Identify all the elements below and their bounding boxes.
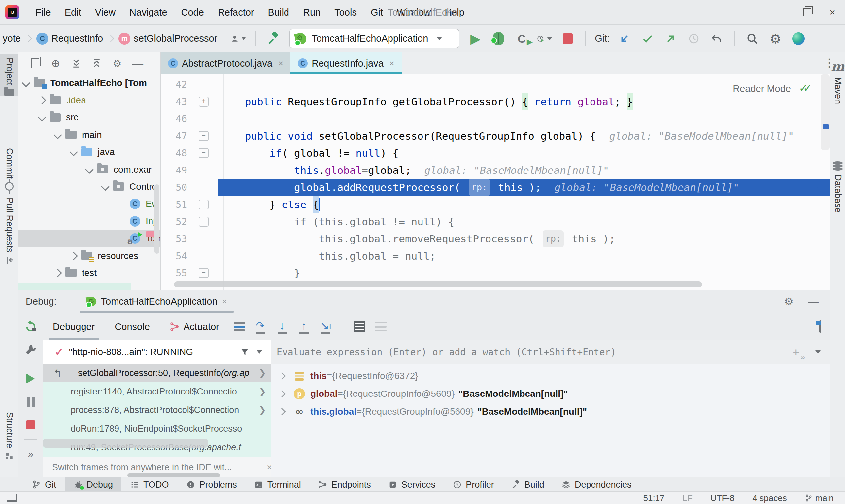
toolwindow-git[interactable]: Git <box>23 477 65 492</box>
toolwindow-services[interactable]: Services <box>380 477 444 492</box>
close-button[interactable]: × <box>820 0 845 24</box>
toolwindow-endpoints[interactable]: Endpoints <box>310 477 380 492</box>
rollback-button[interactable] <box>709 31 724 46</box>
project-settings-icon[interactable]: ⚙ <box>111 58 123 69</box>
stripe-item-pull-requests[interactable]: Pull Requests <box>0 194 18 268</box>
chevron-down-icon[interactable] <box>815 350 821 354</box>
collapse-all-icon[interactable] <box>91 58 102 69</box>
expand-all-icon[interactable] <box>71 58 82 69</box>
frame-row-4[interactable]: run:49, SocketProcessorBase (org.apache.… <box>43 438 271 457</box>
stop-debug-button[interactable] <box>22 417 39 433</box>
debugger-settings-icon[interactable] <box>375 322 387 331</box>
tree-row-contro[interactable]: Contro <box>18 178 160 195</box>
hide-debug-icon[interactable]: — <box>808 295 818 308</box>
line-separator[interactable]: LF <box>683 493 692 503</box>
file-encoding[interactable]: UTF-8 <box>710 493 735 503</box>
more-actions-button[interactable]: » <box>22 446 39 462</box>
toolwindow-problems[interactable]: Problems <box>178 477 246 492</box>
project-scrollbar[interactable] <box>155 184 159 254</box>
inspections-ok-icon[interactable]: ✓✓ <box>799 82 818 95</box>
menu-item-edit[interactable]: Edit <box>58 7 88 18</box>
fold-marker-icon[interactable]: − <box>199 148 209 158</box>
thread-selector[interactable]: ✓ "http-nio-808...ain": RUNNING <box>43 340 271 364</box>
menu-item-file[interactable]: File <box>29 7 58 18</box>
evaluate-expression-button[interactable] <box>353 321 365 332</box>
toolwindow-debug[interactable]: Debug <box>65 477 122 492</box>
debug-button[interactable] <box>491 31 506 46</box>
filter-icon[interactable] <box>240 347 249 357</box>
fold-marker-icon[interactable]: + <box>199 97 209 107</box>
stripe-item-project[interactable]: Project <box>0 54 18 96</box>
tree-row-src[interactable]: src <box>18 109 160 126</box>
menu-item-run[interactable]: Run <box>296 7 328 18</box>
tree-row-com-exar[interactable]: com.exar <box>18 161 160 178</box>
close-icon[interactable]: × <box>278 58 283 69</box>
code-line-48[interactable]: 48−if( global != null) { <box>161 144 830 162</box>
tree-row-java[interactable]: java <box>18 143 160 161</box>
variable-row-this-global[interactable]: ∞this.global = {RequestGroupInfo@5609}"B… <box>271 403 830 420</box>
code-line-52[interactable]: 52−if (this.global != null) { <box>161 213 830 230</box>
tree-row-idea[interactable]: .idea <box>18 91 160 109</box>
pause-button[interactable] <box>22 394 39 410</box>
fold-marker-icon[interactable]: − <box>199 131 209 141</box>
menu-item-git[interactable]: Git <box>364 7 390 18</box>
fold-marker-icon[interactable]: − <box>199 200 209 210</box>
editor-tab-abstractprotocol-java[interactable]: CAbstractProtocol.java× <box>161 52 291 74</box>
tree-row-test[interactable]: test <box>18 264 160 282</box>
code-line-53[interactable]: 53this.global.removeRequestProcessor( rp… <box>161 230 830 247</box>
editor-options-icon[interactable]: ⋮ <box>824 56 835 69</box>
rerun-button[interactable] <box>22 318 39 335</box>
run-to-cursor-button[interactable]: ↘I <box>318 318 334 335</box>
show-execution-point-button[interactable] <box>234 322 245 331</box>
stripe-item-structure[interactable]: Structure <box>0 409 18 463</box>
variable-row-this[interactable]: this = {RequestInfo@6372} <box>271 367 830 385</box>
code-line-50[interactable]: 50global.addRequestProcessor( rp: this )… <box>161 179 830 196</box>
close-icon[interactable]: × <box>222 296 227 307</box>
git-commit-button[interactable] <box>640 31 655 46</box>
tab-actuator[interactable]: Actuator <box>160 313 229 340</box>
code-line-54[interactable]: 54this.global = null; <box>161 247 830 265</box>
debug-settings-icon[interactable]: ⚙ <box>784 295 793 308</box>
close-icon[interactable]: × <box>389 58 394 69</box>
run-button[interactable]: ▶ <box>468 31 483 46</box>
editor-hscrollbar[interactable] <box>174 281 702 287</box>
tree-row-main[interactable]: main <box>18 126 160 143</box>
evaluate-expression-input[interactable]: Evaluate expression (Enter) or add a wat… <box>271 340 830 364</box>
caret-position[interactable]: 51:17 <box>643 493 665 503</box>
chevron-right-icon[interactable] <box>278 372 286 380</box>
menu-item-navigate[interactable]: Navigate <box>122 7 174 18</box>
code-line-49[interactable]: 49this.global=global;global: "BaseModelM… <box>161 162 830 179</box>
tab-debugger[interactable]: Debugger <box>43 313 105 340</box>
frame-row-2[interactable]: process:878, AbstractProtocol$Connection… <box>43 401 271 419</box>
tree-row-resources[interactable]: resources <box>18 247 160 265</box>
resume-button[interactable] <box>22 371 39 387</box>
code-line-43[interactable]: 43+public RequestGroupInfo getGlobalProc… <box>161 93 830 110</box>
restore-button[interactable] <box>795 0 820 24</box>
breadcrumb-item-requestinfo[interactable]: CRequestInfo <box>36 33 103 44</box>
code-line-47[interactable]: 47−public void setGlobalProcessor(Reques… <box>161 127 830 144</box>
tree-row-tomca[interactable]: CTomca <box>18 230 160 247</box>
menu-item-build[interactable]: Build <box>261 7 296 18</box>
toolwindow-todo[interactable]: TODO <box>122 477 178 492</box>
editor-tab-requestinfo-java[interactable]: CRequestInfo.java× <box>291 52 402 74</box>
code-with-me-button[interactable] <box>791 31 806 46</box>
frame-row-3[interactable]: doRun:1789, NioEndpoint$SocketProcesso <box>43 419 271 438</box>
breadcrumb-item-yote[interactable]: yote <box>3 33 21 44</box>
menu-item-refactor[interactable]: Refactor <box>211 7 261 18</box>
layout-settings-button[interactable] <box>819 321 821 332</box>
code-editor[interactable]: 4243+public RequestGroupInfo getGlobalPr… <box>161 74 830 290</box>
settings-button[interactable]: ⚙ <box>768 31 783 46</box>
local-history-button[interactable] <box>686 31 701 46</box>
indent-setting[interactable]: 4 spaces <box>753 493 787 503</box>
menu-item-code[interactable]: Code <box>174 7 211 18</box>
variable-row-global[interactable]: pglobal = {RequestGroupInfo@5609}"BaseMo… <box>271 385 830 403</box>
menu-item-tools[interactable]: Tools <box>328 7 364 18</box>
minimize-button[interactable]: – <box>770 0 795 24</box>
toolwindow-profiler[interactable]: Profiler <box>444 477 503 492</box>
run-configuration-select[interactable]: TomcatHalfEchoApplication <box>289 29 459 48</box>
hide-panel-icon[interactable]: — <box>132 58 143 69</box>
editor-vscrollbar[interactable] <box>821 74 830 150</box>
menu-item-view[interactable]: View <box>88 7 122 18</box>
fold-marker-icon[interactable]: − <box>199 217 209 227</box>
run-with-coverage-button[interactable]: C▶ <box>514 31 529 46</box>
